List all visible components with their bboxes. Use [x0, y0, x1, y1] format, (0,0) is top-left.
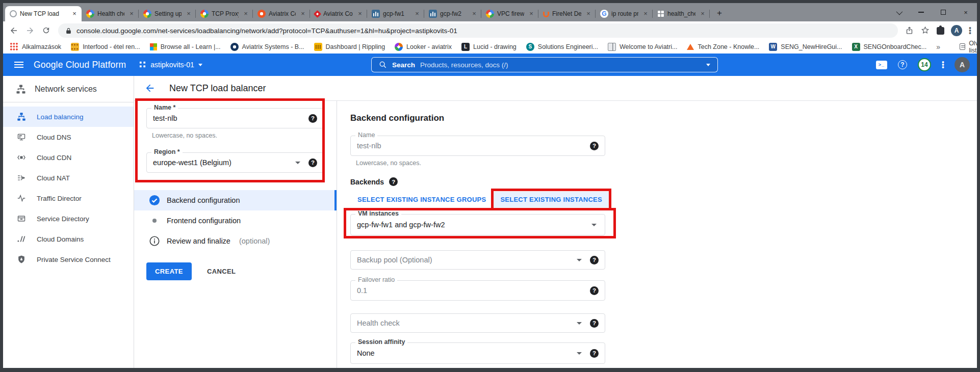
tab-close-icon[interactable]: ×	[527, 10, 535, 18]
help-icon[interactable]: ?	[590, 256, 599, 264]
backend-name-field[interactable]: Name test-nlb ?	[350, 136, 605, 156]
sidebar-item-traffic-director[interactable]: Traffic Director	[3, 188, 134, 208]
back-nav-icon[interactable]	[9, 26, 18, 35]
browser-tab[interactable]: New TCP load ×	[5, 6, 82, 21]
forward-nav-icon[interactable]	[25, 26, 35, 35]
bookmark-star-icon[interactable]	[921, 26, 930, 35]
sidebar-item-cloud-nat[interactable]: Cloud NAT	[3, 168, 134, 188]
browser-tab[interactable]: Aviatrix Copil ×	[310, 6, 367, 21]
backend-source-tab[interactable]: SELECT EXISTING INSTANCES	[493, 192, 609, 207]
browser-menu-icon[interactable]: •••	[969, 27, 971, 35]
browser-tab[interactable]: gcp-fw2 ×	[424, 6, 481, 21]
vm-instances-select[interactable]: VM instances gcp-fw-fw1 and gcp-fw-fw2	[350, 214, 605, 235]
minimize-button[interactable]	[910, 3, 932, 21]
extension-icon[interactable]	[937, 27, 944, 35]
browser-tab[interactable]: health_check_ ×	[653, 6, 710, 21]
bookmark-item[interactable]: Solutions Engineeri...	[526, 43, 598, 51]
sidebar-item-cloud-dns[interactable]: Cloud DNS	[3, 127, 134, 147]
help-icon[interactable]: ?	[590, 349, 599, 358]
backup-pool-select[interactable]: Backup pool (Optional) ?	[350, 250, 605, 270]
bookmark-label: Looker - aviatrix	[406, 43, 452, 50]
back-arrow-icon[interactable]	[144, 83, 156, 94]
browser-tab[interactable]: Health checks ×	[82, 6, 139, 21]
lb-name-field[interactable]: Name * test-nlb ?	[146, 108, 324, 128]
backend-source-tab[interactable]: SELECT EXISTING INSTANCE GROUPS	[350, 192, 493, 207]
help-icon[interactable]: ?	[590, 142, 599, 150]
browser-tab[interactable]: Setting up TC ×	[139, 6, 196, 21]
bookmark-item[interactable]: Browse all - Learn |...	[150, 43, 221, 50]
tab-close-icon[interactable]: ×	[127, 10, 136, 18]
config-step[interactable]: Backend configuration	[134, 190, 337, 210]
sidebar-items: Load balancing Cloud DNS Cloud CDN Cloud…	[3, 107, 134, 270]
browser-tab[interactable]: TCP Proxy Loa ×	[196, 6, 253, 21]
browser-tab[interactable]: ip route proto ×	[596, 6, 653, 21]
cloud-shell-icon[interactable]: >_	[876, 61, 887, 69]
dropdown-caret-icon	[591, 224, 597, 226]
sidebar-item-cloud-domains[interactable]: Cloud Domains	[3, 229, 134, 249]
tab-close-icon[interactable]: ×	[299, 10, 307, 18]
bookmark-item[interactable]: Tech Zone - Knowle...	[687, 43, 759, 50]
tab-close-icon[interactable]: ×	[699, 10, 707, 18]
project-grid-icon	[139, 61, 146, 68]
gcp-logo[interactable]: Google Cloud Platform	[34, 60, 126, 70]
url-bar[interactable]: console.cloud.google.com/net-services/lo…	[58, 23, 898, 38]
browser-profile-avatar[interactable]: A	[951, 25, 962, 36]
health-check-placeholder: Health check	[357, 319, 572, 327]
tab-close-icon[interactable]: ×	[584, 10, 592, 18]
config-step[interactable]: Frontend configuration	[134, 210, 337, 231]
tab-close-icon[interactable]: ×	[185, 10, 193, 18]
browser-tab[interactable]: FireNet Detail ×	[538, 6, 596, 21]
tab-close-icon[interactable]: ×	[470, 10, 478, 18]
tab-close-icon[interactable]: ×	[413, 10, 421, 18]
browser-tab[interactable]: gcp-fw1 ×	[367, 6, 424, 21]
project-selector[interactable]: astipkovits-01	[139, 61, 202, 69]
bookmark-item[interactable]: Looker - aviatrix	[395, 43, 452, 51]
gcp-profile-avatar[interactable]: A	[955, 57, 970, 72]
bookmark-item[interactable]: Aviatrix Systems - B...	[230, 43, 304, 51]
tab-search-chevron-icon[interactable]	[887, 3, 910, 21]
help-icon[interactable]: ?	[590, 286, 599, 295]
create-button[interactable]: CREATE	[146, 262, 192, 280]
close-window-button[interactable]: ×	[955, 3, 977, 21]
help-icon[interactable]: ?	[308, 114, 317, 123]
bookmark-item[interactable]: Interfood - étel ren...	[71, 43, 140, 51]
notifications-badge[interactable]: 14	[918, 58, 931, 71]
help-icon[interactable]: ?	[308, 158, 317, 167]
new-tab-button[interactable]: +	[713, 7, 726, 20]
bookmark-item[interactable]: Dashboard | Rippling	[314, 43, 385, 51]
session-affinity-select[interactable]: Session affinity None ?	[350, 342, 605, 364]
bookmark-item[interactable]: SENGOnboardChec...	[852, 43, 927, 51]
gcp-menu-icon[interactable]: •••	[942, 61, 944, 69]
hamburger-menu-icon[interactable]	[14, 62, 23, 68]
tab-close-icon[interactable]: ×	[641, 10, 650, 18]
bookmarks-overflow-chevron[interactable]: »	[936, 43, 940, 51]
reading-list-label: Olvasási lista	[969, 40, 980, 54]
health-check-select[interactable]: Health check ?	[350, 313, 605, 333]
sidebar-item-load-balancing[interactable]: Load balancing	[3, 107, 134, 127]
sidebar-item-private-service-connect[interactable]: Private Service Connect	[3, 249, 134, 270]
tab-close-icon[interactable]: ×	[356, 10, 364, 18]
region-select[interactable]: Region * europe-west1 (Belgium) ?	[146, 152, 324, 173]
config-step[interactable]: Review and finalize (optional)	[134, 231, 337, 251]
tab-favicon	[486, 10, 494, 18]
maximize-button[interactable]	[932, 3, 955, 21]
cancel-button[interactable]: CANCEL	[207, 268, 236, 275]
bookmark-item[interactable]: SENG_NewHireGui...	[769, 43, 842, 51]
reading-list-button[interactable]: Olvasási lista	[960, 40, 980, 54]
reload-icon[interactable]	[42, 26, 51, 35]
help-menu-icon[interactable]: ?	[898, 60, 907, 69]
tab-close-icon[interactable]: ×	[70, 10, 79, 18]
browser-tab[interactable]: VPC firewall r ×	[481, 6, 538, 21]
gcp-search-bar[interactable]: Search Products, resources, docs (/)	[371, 57, 718, 72]
sidebar-item-cloud-cdn[interactable]: Cloud CDN	[3, 147, 134, 168]
bookmark-item[interactable]: Alkalmazások	[10, 43, 61, 51]
tab-close-icon[interactable]: ×	[242, 10, 250, 18]
failover-ratio-field[interactable]: Failover ratio 0.1 ?	[350, 280, 605, 301]
help-icon[interactable]: ?	[389, 177, 398, 186]
help-icon[interactable]: ?	[590, 319, 599, 328]
share-icon[interactable]	[905, 26, 914, 35]
bookmark-item[interactable]: Lucid - drawing	[461, 43, 517, 51]
bookmark-item[interactable]: Welcome to Aviatri...	[608, 43, 677, 51]
browser-tab[interactable]: Aviatrix Contr ×	[253, 6, 310, 21]
sidebar-item-service-directory[interactable]: Service Directory	[3, 208, 134, 229]
